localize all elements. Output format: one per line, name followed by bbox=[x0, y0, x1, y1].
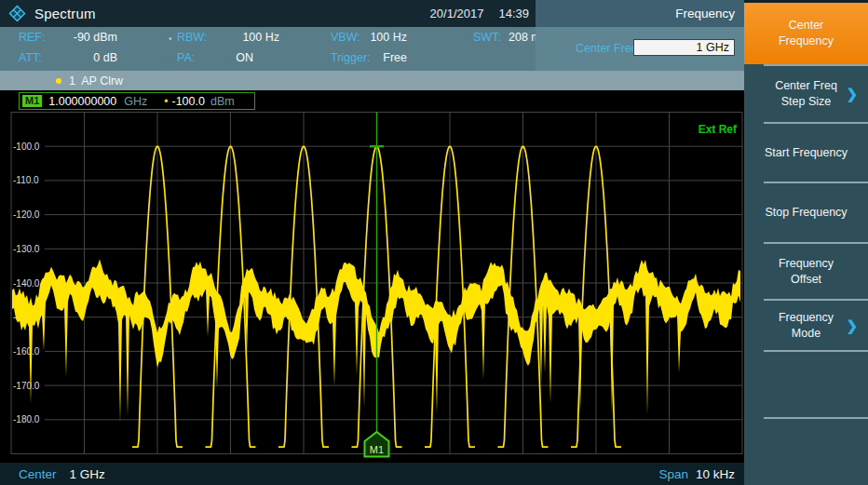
settings-bar: REF: -90 dBm ATT: 0 dB • RBW: 100 Hz PA:… bbox=[0, 27, 536, 71]
softkey-blank-7 bbox=[744, 419, 868, 485]
trace-color-dot-icon bbox=[56, 78, 61, 84]
y-tick-label: -180.0 bbox=[13, 414, 40, 424]
att-value[interactable]: 0 dB bbox=[52, 51, 117, 64]
footer-bar: Center 1 GHz Span 10 kHz bbox=[0, 463, 744, 485]
softkey-center-frequency[interactable]: CenterFrequency bbox=[744, 3, 868, 64]
marker-frequency-unit: GHz bbox=[124, 95, 147, 108]
softkey-frequency-mode[interactable]: FrequencyMode❯ bbox=[744, 301, 868, 350]
spectrum-plot: -100.0-110.0-120.0-130.0-140.0-150.0-160… bbox=[0, 90, 744, 463]
softkey-label: Center bbox=[789, 18, 824, 34]
softkey-label: Stop Frequency bbox=[765, 205, 847, 221]
panel-title: Frequency bbox=[536, 0, 744, 27]
spectrum-display: M1 1.000000000 GHz • -100.0 dBm -100.0-1… bbox=[0, 90, 744, 463]
softkey-label: Frequency bbox=[779, 34, 834, 49]
app-title: Spectrum bbox=[34, 6, 96, 21]
marker-frequency: 1.000000000 bbox=[48, 95, 116, 108]
ref-value[interactable]: -90 dBm bbox=[52, 31, 117, 44]
softkey-start-frequency[interactable]: Start Frequency bbox=[744, 124, 868, 182]
marker-level-unit: dBm bbox=[210, 95, 235, 108]
y-axis-labels: -100.0-110.0-120.0-130.0-140.0-150.0-160… bbox=[13, 141, 40, 425]
submenu-chevron-icon: ❯ bbox=[846, 85, 858, 103]
softkey-menu: CenterFrequencyCenter FreqStep Size❯Star… bbox=[744, 0, 868, 485]
softkey-label: Offset bbox=[791, 272, 821, 288]
att-label: ATT: bbox=[19, 51, 42, 64]
center-value: 1 GHz bbox=[70, 467, 105, 481]
softkey-blank-6 bbox=[744, 352, 868, 417]
span-field[interactable]: Span 10 kHz bbox=[658, 467, 735, 481]
pa-value[interactable]: ON bbox=[197, 51, 253, 64]
title-bar: Spectrum 20/1/2017 14:39 bbox=[0, 0, 536, 27]
rbw-value[interactable]: 100 Hz bbox=[214, 31, 279, 44]
y-tick-label: -130.0 bbox=[13, 244, 40, 254]
softkey-frequency-offset[interactable]: FrequencyOffset bbox=[744, 244, 868, 299]
softkey-label: Start Frequency bbox=[765, 145, 848, 161]
vbw-value[interactable]: 100 Hz bbox=[359, 31, 407, 44]
trigger-value[interactable]: Free bbox=[359, 51, 407, 64]
marker-badge: M1 bbox=[22, 95, 42, 107]
center-freq-input[interactable] bbox=[633, 39, 735, 56]
date-label: 20/1/2017 bbox=[430, 7, 484, 20]
span-value: 10 kHz bbox=[696, 467, 735, 481]
y-tick-label: -120.0 bbox=[13, 209, 40, 220]
y-tick-label: -170.0 bbox=[13, 381, 40, 391]
softkey-label: Frequency bbox=[779, 310, 834, 326]
y-tick-label: -100.0 bbox=[13, 141, 40, 152]
softkey-center-freq-step-size[interactable]: Center FreqStep Size❯ bbox=[744, 66, 868, 122]
trace-info-bar: 1 AP Clrw bbox=[0, 71, 744, 90]
softkey-label: Frequency bbox=[779, 256, 834, 272]
marker-trace-dot-icon: • bbox=[164, 95, 168, 108]
softkey-label: Center Freq bbox=[775, 78, 837, 94]
rbw-coupled-dot-icon: • bbox=[169, 33, 172, 44]
trace-info-label: 1 AP Clrw bbox=[69, 74, 123, 88]
center-field[interactable]: Center 1 GHz bbox=[19, 467, 105, 481]
center-freq-label: Center Freq bbox=[576, 42, 638, 55]
ref-label: REF: bbox=[19, 31, 45, 44]
y-tick-label: -160.0 bbox=[13, 346, 40, 357]
y-tick-label: -110.0 bbox=[13, 175, 39, 185]
vbw-label: VBW: bbox=[331, 31, 360, 44]
marker-flag-label: M1 bbox=[370, 444, 384, 455]
rbw-label: RBW: bbox=[177, 31, 207, 44]
instrument-screen: Spectrum 20/1/2017 14:39 REF: -90 dBm AT… bbox=[0, 0, 868, 485]
rs-diamond-logo-icon bbox=[8, 5, 26, 22]
span-label: Span bbox=[658, 467, 688, 481]
marker-flag[interactable]: M1 bbox=[365, 432, 389, 457]
softkey-label: Mode bbox=[792, 326, 821, 342]
ext-ref-label: Ext Ref bbox=[698, 123, 738, 136]
time-label: 14:39 bbox=[498, 7, 529, 20]
y-tick-label: -140.0 bbox=[13, 278, 40, 289]
submenu-chevron-icon: ❯ bbox=[846, 316, 858, 334]
softkey-stop-frequency[interactable]: Stop Frequency bbox=[744, 183, 868, 242]
center-label: Center bbox=[19, 467, 57, 481]
marker-level: -100.0 bbox=[171, 95, 204, 108]
softkey-label: Step Size bbox=[781, 94, 832, 110]
pa-label: PA: bbox=[177, 51, 195, 64]
datetime: 20/1/2017 14:39 bbox=[430, 0, 529, 27]
center-freq-panel: Center Freq bbox=[536, 27, 744, 71]
marker-readout: M1 1.000000000 GHz • -100.0 dBm bbox=[19, 92, 255, 110]
